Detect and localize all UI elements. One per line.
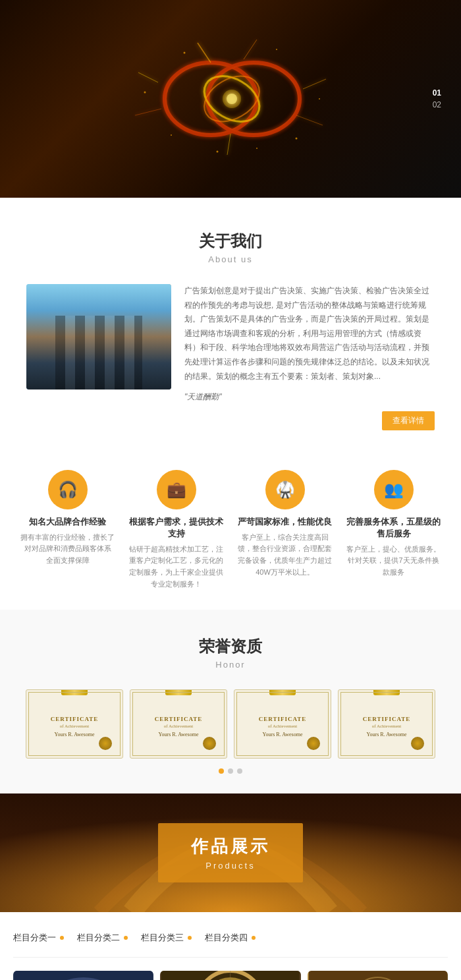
svg-line-9 [296,115,323,125]
certificate-1: Certificate of Achievement Yours R. Awes… [26,689,123,759]
feature-item-3: 🥋 严苛国家标准，性能优良 客户至上，综合关注度高回馈，整合行业资源，合理配套完… [237,470,333,590]
about-section: 关于我们 About us 广告策划创意是对于提出广告决策、实施广告决策、检验广… [0,198,461,457]
products-grid: 产品展示六 产品展示五 [13,971,448,980]
feature-item-2: 💼 根据客户需求，提供技术支持 钻研于超高精技术加工艺，注重客户定制化工艺，多元… [128,470,224,590]
feature-icon-1: 🎧 [48,470,88,509]
svg-line-5 [244,40,257,59]
feature-icon-4: 👥 [374,470,414,509]
feature-desc-2: 钻研于超高精技术加工艺，注重客户定制化工艺，多元化的定制服务，为上千家企业提供专… [128,544,224,590]
svg-line-8 [303,79,326,89]
svg-point-1 [207,63,300,135]
feature-title-3: 严苛国家标准，性能优良 [238,516,332,528]
product-card-6[interactable]: 产品展示六 [13,971,153,980]
about-image [26,284,171,389]
feature-icon-3: 🥋 [265,470,305,509]
products-title-zh: 作品展示 [191,835,270,858]
view-detail-button[interactable]: 查看详情 [382,411,435,430]
svg-rect-39 [308,971,447,980]
products-banner: 作品展示 Products [0,793,461,912]
products-section: 栏目分类一 栏目分类二 栏目分类三 栏目分类四 [0,912,461,980]
svg-point-20 [296,138,298,140]
honor-title-en: Honor [13,660,448,670]
honor-title-zh: 荣誉资质 [13,636,448,657]
product-card-4[interactable]: 产品展示四 [308,971,448,980]
svg-point-16 [319,98,320,100]
hero-section: 01 02 [0,0,461,198]
dots-navigation [13,768,448,774]
dot-2[interactable] [228,768,233,774]
svg-point-13 [184,52,186,54]
feature-desc-3: 客户至上，综合关注度高回馈，整合行业资源，合理配套完备设备，优质年生产力超过40… [237,532,333,578]
dot-3[interactable] [237,768,242,774]
svg-point-0 [165,63,257,135]
svg-line-10 [227,134,230,155]
certificate-4: Certificate of Achievement Yours R. Awes… [338,689,435,759]
products-categories: 栏目分类一 栏目分类二 栏目分类三 栏目分类四 [13,925,448,958]
feature-desc-1: 拥有丰富的行业经验，擅长了对对品牌和消费品顾客体系 全面支撑保障 [20,532,115,567]
product-card-5[interactable]: 产品展示五 [160,971,300,980]
category-dot-4 [252,936,256,940]
category-2[interactable]: 栏目分类二 [77,932,141,944]
dot-1[interactable] [219,768,224,774]
about-text: 广告策划创意是对于提出广告决策、实施广告决策、检验广告决策全过程的作预先的考虑与… [184,284,435,430]
svg-point-12 [223,90,241,108]
feature-title-1: 知名大品牌合作经验 [29,516,106,528]
svg-point-15 [144,92,146,94]
category-3-label: 栏目分类三 [141,932,184,944]
feature-title-2: 根据客户需求，提供技术支持 [128,516,224,540]
certificate-2: Certificate of Achievement Yours R. Awes… [130,689,227,759]
certificates-row: Certificate of Achievement Yours R. Awes… [13,689,448,759]
feature-title-4: 完善服务体系，五星级的售后服务 [346,516,441,540]
features-section: 🎧 知名大品牌合作经验 拥有丰富的行业经验，擅长了对对品牌和消费品顾客体系 全面… [0,457,461,610]
products-banner-text: 作品展示 Products [158,823,303,882]
feature-item-1: 🎧 知名大品牌合作经验 拥有丰富的行业经验，擅长了对对品牌和消费品顾客体系 全面… [20,470,115,590]
feature-icon-2: 💼 [157,470,196,509]
feature-desc-4: 客户至上，提心、优质服务。针对关联，提供7天无条件换款服务 [346,544,441,579]
building-illustration [26,284,171,389]
category-1-label: 栏目分类一 [13,932,56,944]
svg-line-7 [135,109,161,115]
about-title-zh: 关于我们 [26,231,435,252]
category-2-label: 栏目分类二 [77,932,120,944]
about-description: 广告策划创意是对于提出广告决策、实施广告决策、检验广告决策全过程的作预先的考虑与… [184,284,435,384]
about-content: 广告策划创意是对于提出广告决策、实施广告决策、检验广告决策全过程的作预先的考虑与… [26,284,435,430]
category-dot-3 [188,936,192,940]
hero-sparks [0,0,461,198]
svg-point-14 [276,49,277,50]
category-dot-2 [124,936,128,940]
feature-item-4: 👥 完善服务体系，五星级的售后服务 客户至上，提心、优质服务。针对关联，提供7天… [346,470,441,590]
counter-inactive[interactable]: 02 [433,100,441,109]
honor-section: 荣誉资质 Honor Certificate of Achievement Yo… [0,610,461,793]
svg-line-4 [198,43,211,63]
svg-point-19 [171,134,172,136]
products-title-en: Products [191,861,270,871]
certificate-3: Certificate of Achievement Yours R. Awes… [234,689,331,759]
category-1[interactable]: 栏目分类一 [13,932,77,944]
about-title-en: About us [26,254,435,264]
category-dot-1 [60,936,64,940]
about-quote: "天道酬勤" [184,390,435,405]
hero-counter[interactable]: 01 02 [433,88,441,109]
svg-line-6 [138,72,158,82]
category-4-label: 栏目分类四 [205,932,248,944]
infinity-graphic [125,36,336,161]
svg-point-17 [217,151,219,153]
category-3[interactable]: 栏目分类三 [141,932,205,944]
counter-active[interactable]: 01 [433,88,441,98]
svg-point-18 [256,148,258,149]
category-4[interactable]: 栏目分类四 [205,932,269,944]
